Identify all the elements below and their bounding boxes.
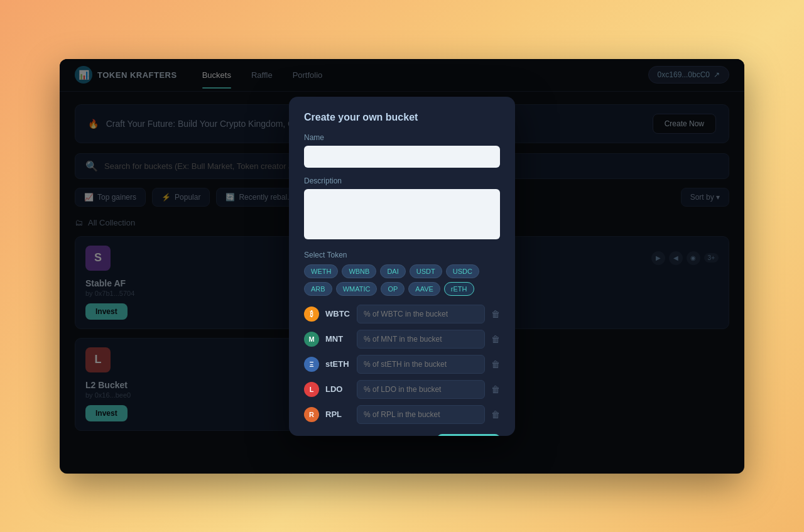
- name-input[interactable]: [304, 146, 500, 168]
- token-row-rpl: R RPL 🗑: [304, 405, 500, 424]
- chip-wbnb[interactable]: WBNB: [342, 264, 376, 278]
- chip-weth[interactable]: WETH: [304, 264, 338, 278]
- wbtc-delete-icon[interactable]: 🗑: [491, 309, 500, 319]
- rpl-delete-icon[interactable]: 🗑: [491, 410, 500, 420]
- select-token-label: Select Token: [304, 251, 500, 259]
- ldo-delete-icon[interactable]: 🗑: [491, 384, 500, 394]
- ldo-icon: L: [304, 382, 319, 397]
- wbtc-name: WBTC: [325, 309, 350, 318]
- chip-aave[interactable]: AAVE: [408, 282, 440, 296]
- chip-reth[interactable]: rETH: [444, 282, 474, 296]
- mnt-name: MNT: [325, 334, 350, 344]
- token-row-mnt: M MNT 🗑: [304, 330, 500, 349]
- modal-overlay: Create your own bucket Name Description …: [60, 59, 744, 474]
- chip-arb[interactable]: ARB: [304, 282, 332, 296]
- steth-name: stETH: [325, 359, 350, 369]
- browser-window: 📊 TOKEN KRAFTERS Buckets Raffle Portfoli…: [60, 59, 744, 474]
- modal-footer: Create: [304, 434, 500, 436]
- chip-dai[interactable]: DAI: [380, 264, 405, 278]
- token-row-steth: Ξ stETH 🗑: [304, 355, 500, 374]
- chip-usdc[interactable]: USDC: [446, 264, 479, 278]
- steth-delete-icon[interactable]: 🗑: [491, 359, 500, 369]
- mnt-icon: M: [304, 332, 319, 347]
- name-label: Name: [304, 133, 500, 142]
- chip-op[interactable]: OP: [381, 282, 405, 296]
- steth-icon: Ξ: [304, 357, 319, 372]
- description-textarea[interactable]: [304, 189, 500, 239]
- modal-title: Create your own bucket: [304, 112, 500, 123]
- mnt-input[interactable]: [357, 330, 485, 349]
- rpl-icon: R: [304, 407, 319, 422]
- ldo-input[interactable]: [357, 380, 485, 399]
- description-label: Description: [304, 176, 500, 185]
- wbtc-input[interactable]: [357, 305, 485, 323]
- ldo-name: LDO: [325, 384, 350, 394]
- create-bucket-button[interactable]: Create: [437, 434, 500, 436]
- steth-input[interactable]: [357, 355, 485, 374]
- token-chips: WETH WBNB DAI USDT USDC ARB WMATIC OP AA…: [304, 264, 500, 296]
- token-row-wbtc: ₿ WBTC 🗑: [304, 305, 500, 323]
- mnt-delete-icon[interactable]: 🗑: [491, 334, 500, 344]
- chip-usdt[interactable]: USDT: [410, 264, 442, 278]
- create-bucket-modal: Create your own bucket Name Description …: [289, 97, 515, 436]
- wbtc-icon: ₿: [304, 307, 319, 322]
- rpl-name: RPL: [325, 410, 350, 419]
- token-row-ldo: L LDO 🗑: [304, 380, 500, 399]
- chip-wmatic[interactable]: WMATIC: [336, 282, 378, 296]
- rpl-input[interactable]: [357, 405, 485, 424]
